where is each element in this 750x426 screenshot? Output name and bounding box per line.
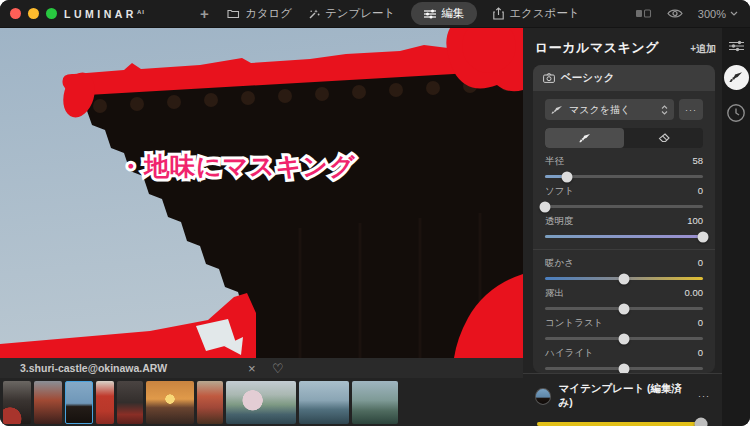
annotation-text-fill: ・地味にマスキング xyxy=(118,150,356,183)
sliders-icon xyxy=(424,9,436,19)
template-amount-slider[interactable] xyxy=(537,422,708,426)
slider-thumb[interactable] xyxy=(619,333,630,344)
template-section: マイテンプレート (編集済み) ··· xyxy=(523,373,722,426)
brush-icon xyxy=(551,105,563,115)
slider-track[interactable] xyxy=(545,337,703,340)
tab-export[interactable]: エクスポート xyxy=(493,6,579,21)
titlebar: LUMINARAI + カタログ テンプレート 編集 xyxy=(0,0,750,28)
chevron-down-icon xyxy=(730,11,738,16)
tool-rail xyxy=(722,28,750,426)
main-toolbar: + カタログ テンプレート 編集 xyxy=(200,2,580,25)
slider-label: 半径 xyxy=(545,155,564,168)
preview-eye-icon[interactable] xyxy=(667,8,683,19)
template-more-button[interactable]: ··· xyxy=(698,391,710,401)
filename-bar: 3.shuri-castle@okinawa.ARW × ♡ xyxy=(0,358,523,378)
chevron-up-down-icon xyxy=(661,105,668,115)
folder-icon xyxy=(227,8,240,19)
mask-mode-value: マスクを描く xyxy=(569,103,655,117)
history-clock-icon[interactable] xyxy=(726,103,746,123)
basic-section-title: ベーシック xyxy=(561,71,614,85)
photo-canvas[interactable]: ・地味にマスキング ・地味にマスキング xyxy=(0,28,523,358)
slider-label: コントラスト xyxy=(545,317,603,330)
add-photos-button[interactable]: + xyxy=(200,5,209,22)
tab-templates-label: テンプレート xyxy=(325,6,395,21)
slider-thumb[interactable] xyxy=(695,418,708,426)
slider-label: ソフト xyxy=(545,185,574,198)
slider-soft: ソフト0 xyxy=(545,185,703,208)
slider-track[interactable] xyxy=(545,205,703,208)
filmstrip-thumbnail-park-pond[interactable] xyxy=(352,381,398,424)
slider-track[interactable] xyxy=(545,367,703,370)
close-window-button[interactable] xyxy=(10,8,21,19)
slider-track[interactable] xyxy=(545,307,703,310)
luminar-window: LUMINARAI + カタログ テンプレート 編集 xyxy=(0,0,750,426)
slider-thumb[interactable] xyxy=(619,303,630,314)
filmstrip-thumbnail-shuri-castle[interactable] xyxy=(65,381,93,424)
slider-value: 0 xyxy=(698,257,703,268)
filmstrip-thumbnail-red-sign[interactable] xyxy=(96,381,114,424)
filename-label: 3.shuri-castle@okinawa.ARW xyxy=(20,362,167,374)
favorite-heart-icon[interactable]: ♡ xyxy=(272,358,284,378)
tab-edit-label: 編集 xyxy=(441,6,464,21)
slider-label: 露出 xyxy=(545,287,564,300)
paint-brush-tool[interactable] xyxy=(545,128,624,148)
slider-label: 暖かさ xyxy=(545,257,574,270)
masking-brush-tool-button[interactable] xyxy=(724,65,749,90)
logo-text: LUMINAR xyxy=(64,8,137,20)
app-logo: LUMINARAI xyxy=(64,8,145,20)
maximize-window-button[interactable] xyxy=(46,8,57,19)
tab-catalog[interactable]: カタログ xyxy=(227,6,292,21)
slider-value: 0 xyxy=(698,185,703,196)
zoom-level-dropdown[interactable]: 300% xyxy=(698,8,738,20)
slider-value: 0 xyxy=(698,317,703,328)
slider-radius: 半径58 xyxy=(545,155,703,178)
slider-thumb[interactable] xyxy=(619,273,630,284)
filmstrip-thumbnail-sunset-lake[interactable] xyxy=(146,381,194,424)
slider-thumb[interactable] xyxy=(562,171,573,182)
traffic-lights xyxy=(10,8,64,19)
tab-templates[interactable]: テンプレート xyxy=(308,6,395,21)
slider-highlights: ハイライト0 xyxy=(545,347,703,370)
filmstrip xyxy=(0,378,523,426)
slider-value: 58 xyxy=(692,155,703,166)
slider-thumb[interactable] xyxy=(698,231,709,242)
local-masking-panel: ローカルマスキング +追加 ベーシック xyxy=(523,28,722,426)
slider-track[interactable] xyxy=(545,235,703,238)
slider-exposure: 露出0.00 xyxy=(545,287,703,310)
eraser-tool[interactable] xyxy=(624,128,703,148)
slider-track[interactable] xyxy=(545,277,703,280)
slider-thumb[interactable] xyxy=(540,201,551,212)
slider-thumb[interactable] xyxy=(619,363,630,373)
shuri-castle-photo xyxy=(0,28,523,358)
basic-section-header[interactable]: ベーシック xyxy=(533,65,715,91)
filmstrip-thumbnail-vending-machine[interactable] xyxy=(117,381,143,424)
filmstrip-thumbnail-portrait-person[interactable] xyxy=(197,381,223,424)
filmstrip-thumbnail-blossom-panorama[interactable] xyxy=(226,381,296,424)
edit-adjustments-icon[interactable] xyxy=(729,40,744,52)
annotation-text: ・地味にマスキング ・地味にマスキング xyxy=(118,150,438,190)
view-controls: 300% xyxy=(635,8,738,20)
minimize-window-button[interactable] xyxy=(28,8,39,19)
tab-catalog-label: カタログ xyxy=(245,6,292,21)
tab-edit[interactable]: 編集 xyxy=(411,2,477,25)
tab-export-label: エクスポート xyxy=(509,6,579,21)
reject-icon[interactable]: × xyxy=(248,358,256,378)
mask-options-more-button[interactable]: ··· xyxy=(679,99,703,120)
filmstrip-thumbnail-city-waterfront[interactable] xyxy=(299,381,349,424)
filmstrip-thumbnail-red-street[interactable] xyxy=(34,381,62,424)
slider-value: 100 xyxy=(687,215,703,226)
camera-icon xyxy=(543,73,555,83)
compare-before-after-icon[interactable] xyxy=(635,8,652,19)
slider-track[interactable] xyxy=(545,175,703,178)
filmstrip-thumbnail-figure-dark[interactable] xyxy=(3,381,31,424)
logo-superscript: AI xyxy=(137,8,145,14)
add-mask-button[interactable]: +追加 xyxy=(690,42,716,56)
brush-icon xyxy=(579,133,591,144)
export-icon xyxy=(493,7,504,20)
zoom-level-value: 300% xyxy=(698,8,726,20)
panel-title: ローカルマスキング xyxy=(535,39,659,57)
slider-value: 0.00 xyxy=(685,287,704,298)
template-thumbnail xyxy=(535,388,551,405)
mask-mode-dropdown[interactable]: マスクを描く xyxy=(545,99,674,120)
section-divider xyxy=(533,249,715,250)
